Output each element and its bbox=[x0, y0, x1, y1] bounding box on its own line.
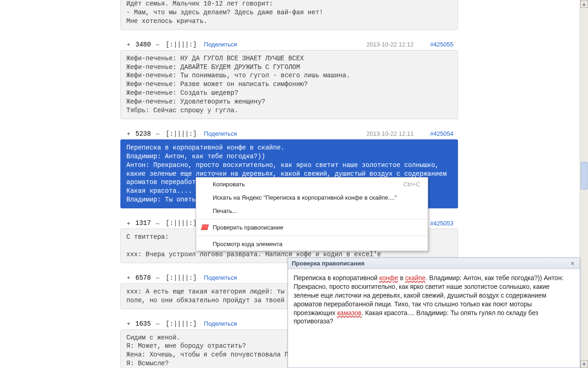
vertical-scrollbar[interactable]: ▲ ▼ bbox=[580, 0, 588, 368]
ctx-inspect[interactable]: Просмотр кода элемента bbox=[196, 237, 428, 251]
spelling-error[interactable]: конфе bbox=[379, 274, 398, 282]
quote-date: 2013-10-22 12:12 bbox=[367, 41, 414, 48]
ctx-copy-hint: Ctrl+C bbox=[403, 181, 420, 188]
quote-text[interactable]: Идёт семья. Мальчик 10-12 лет говорит: -… bbox=[120, 0, 458, 30]
ctx-copy-label: Копировать bbox=[213, 181, 245, 188]
quote-date: 2013-10-22 12:11 bbox=[367, 130, 414, 137]
rating-value: 1317 bbox=[132, 219, 154, 227]
upvote-button[interactable]: + bbox=[125, 41, 132, 48]
scroll-thumb[interactable] bbox=[581, 162, 588, 190]
upvote-button[interactable]: + bbox=[125, 220, 132, 227]
ctx-inspect-label: Просмотр кода элемента bbox=[213, 241, 283, 247]
bayan-button[interactable]: [:||||:] bbox=[166, 41, 197, 48]
quote-id-link[interactable]: #425055 bbox=[430, 41, 453, 48]
scroll-up-button[interactable]: ▲ bbox=[580, 0, 588, 8]
quote-id-link[interactable]: #425053 bbox=[430, 220, 453, 227]
spelling-error[interactable]: камазов bbox=[337, 309, 362, 316]
share-link[interactable]: Поделиться bbox=[204, 130, 237, 137]
ctx-print[interactable]: Печать... bbox=[196, 204, 428, 218]
quote-text[interactable]: Жефи-печенье: НУ ДА ГУГОЛ ВСЕ ЗНАЕТ ЛУЧШ… bbox=[120, 50, 458, 119]
upvote-button[interactable]: + bbox=[125, 320, 132, 327]
ctx-search-label: Искать на Яндекс "Переписка в корпоратив… bbox=[213, 194, 397, 201]
close-icon[interactable]: × bbox=[569, 260, 576, 267]
downvote-button[interactable]: – bbox=[154, 41, 161, 48]
quote-meta: +3480–[:||||:]Поделиться2013-10-22 12:12… bbox=[120, 38, 458, 50]
downvote-button[interactable]: – bbox=[154, 320, 161, 327]
ctx-print-label: Печать... bbox=[213, 207, 237, 214]
share-link[interactable]: Поделиться bbox=[204, 41, 237, 48]
scroll-down-button[interactable]: ▼ bbox=[580, 360, 588, 368]
downvote-button[interactable]: – bbox=[154, 220, 161, 227]
quote-meta: +5238–[:||||:]Поделиться2013-10-22 12:11… bbox=[120, 127, 458, 139]
ctx-search-yandex[interactable]: Искать на Яндекс "Переписка в корпоратив… bbox=[196, 191, 428, 204]
downvote-button[interactable]: – bbox=[154, 274, 161, 281]
spellcheck-text: Переписка в корпоративной bbox=[294, 274, 379, 282]
ctx-spellcheck-label: Проверить правописание bbox=[213, 224, 283, 231]
context-menu: Копировать Ctrl+C Искать на Яндекс "Пере… bbox=[196, 177, 428, 251]
quote-id-link[interactable]: #425054 bbox=[430, 130, 453, 137]
spelling-error[interactable]: скайпе bbox=[405, 274, 425, 282]
spellcheck-panel-header[interactable]: Проверка правописания × bbox=[288, 258, 580, 269]
rating-value: 5238 bbox=[132, 130, 154, 138]
ctx-separator bbox=[196, 236, 428, 236]
bayan-button[interactable]: [:||||:] bbox=[166, 219, 197, 227]
spellcheck-text: в bbox=[398, 274, 405, 282]
ctx-copy[interactable]: Копировать Ctrl+C bbox=[196, 178, 428, 191]
upvote-button[interactable]: + bbox=[125, 274, 132, 281]
spellcheck-panel-body: Переписка в корпоративной конфе в скайпе… bbox=[288, 269, 580, 330]
ctx-separator bbox=[196, 219, 428, 219]
downvote-button[interactable]: – bbox=[154, 130, 161, 137]
eraser-icon bbox=[201, 224, 209, 230]
bayan-button[interactable]: [:||||:] bbox=[166, 130, 197, 138]
spellcheck-panel: Проверка правописания × Переписка в корп… bbox=[288, 258, 580, 368]
bayan-button[interactable]: [:||||:] bbox=[166, 274, 197, 282]
rating-value: 1635 bbox=[132, 320, 154, 328]
spellcheck-panel-title: Проверка правописания bbox=[292, 260, 364, 267]
share-link[interactable]: Поделиться bbox=[204, 320, 237, 327]
share-link[interactable]: Поделиться bbox=[204, 274, 237, 281]
bayan-button[interactable]: [:||||:] bbox=[166, 320, 197, 328]
rating-value: 6578 bbox=[132, 274, 154, 282]
ctx-spellcheck[interactable]: Проверить правописание bbox=[196, 221, 428, 234]
upvote-button[interactable]: + bbox=[125, 130, 132, 137]
rating-value: 3480 bbox=[132, 41, 154, 48]
